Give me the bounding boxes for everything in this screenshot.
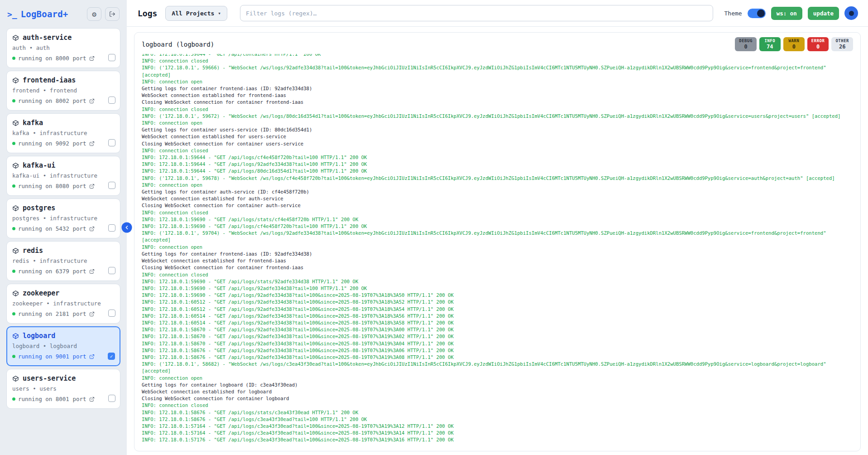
log-line: WebSocket connection established for use… — [142, 133, 853, 140]
external-link-icon[interactable] — [89, 141, 95, 146]
external-link-icon[interactable] — [89, 311, 95, 317]
service-checkbox[interactable] — [108, 54, 115, 61]
service-card-redis[interactable]: redisredis • infrastructurerunning on 63… — [6, 241, 120, 281]
log-line: INFO: 172.18.0.1:60512 - "GET /api/logs/… — [142, 306, 853, 313]
badge-error: ERROR0 — [807, 37, 829, 51]
external-link-icon[interactable] — [89, 184, 95, 189]
badge-debug: DEBUG0 — [735, 37, 757, 51]
service-status: running on 9092 port — [12, 140, 115, 147]
running-status-dot — [12, 184, 15, 188]
log-line: INFO: ('172.18.0.1', 58682) - "WebSocket… — [142, 361, 853, 374]
project-filter-dropdown[interactable]: All Projects ▾ — [165, 6, 227, 21]
package-icon — [12, 290, 19, 297]
log-line: INFO: 172.18.0.1:59690 - "GET /api/logs/… — [142, 278, 853, 285]
log-line: INFO: 172.18.0.1:58676 - "GET /api/logs/… — [142, 354, 853, 361]
service-status: running on 6379 port — [12, 268, 115, 275]
service-meta: frontend • frontend — [12, 87, 115, 94]
app-logo: >_ LogBoard+ — [7, 9, 68, 19]
log-panel-title: logboard (logboard) — [142, 41, 214, 48]
log-line: INFO: 172.18.0.1:58676 - "GET /api/logs/… — [142, 347, 853, 354]
log-line: INFO: ('172.18.0.1', 59672) - "WebSocket… — [142, 113, 853, 120]
service-checkbox[interactable] — [108, 395, 115, 402]
log-line: INFO: connection open — [142, 78, 853, 85]
log-line: INFO: connection closed — [142, 402, 853, 409]
service-card-kafka-ui[interactable]: kafka-uikafka-ui • infrastructurerunning… — [6, 156, 120, 196]
service-checkbox[interactable] — [108, 267, 115, 274]
service-meta: logboard • logboard — [12, 343, 115, 349]
log-line: INFO: 172.18.0.1:59690 - "GET /api/logs/… — [142, 216, 853, 223]
service-name: kafka-ui — [12, 161, 115, 169]
service-checkbox[interactable] — [108, 182, 115, 189]
log-line: INFO: connection closed — [142, 58, 853, 64]
service-status: running on 9001 port — [12, 353, 115, 360]
external-link-icon[interactable] — [89, 269, 95, 274]
theme-toggle[interactable] — [748, 9, 766, 18]
log-line: INFO: 172.18.0.1:59690 - "GET /api/logs/… — [142, 285, 853, 292]
service-card-auth-service[interactable]: auth-serviceauth • authrunning on 8000 p… — [6, 28, 120, 68]
log-line: INFO: 172.18.0.1:58670 - "GET /api/logs/… — [142, 326, 853, 333]
log-line: WebSocket connection established for aut… — [142, 195, 853, 202]
gear-icon: ⚙ — [92, 10, 96, 19]
service-checkbox[interactable] — [108, 97, 115, 104]
log-line: INFO: 172.18.0.1:58676 - "GET /api/logs/… — [142, 409, 853, 416]
external-link-icon[interactable] — [89, 98, 95, 104]
running-status-dot — [12, 270, 15, 273]
log-line: WebSocket connection established for fro… — [142, 257, 853, 264]
user-menu-button[interactable] — [844, 6, 858, 20]
sidebar-actions: ⚙ — [87, 7, 120, 21]
service-card-postgres[interactable]: postgrespostgres • infrastructurerunning… — [6, 198, 120, 238]
logout-button[interactable] — [105, 7, 120, 21]
log-line: INFO: ('172.18.0.1', 59666) - "WebSocket… — [142, 64, 853, 78]
service-name: zookeeper — [12, 289, 115, 297]
service-checkbox[interactable] — [108, 310, 115, 317]
log-filter-input[interactable] — [240, 5, 713, 21]
package-icon — [12, 375, 19, 382]
log-line: Closing WebSocket connection for contain… — [142, 264, 853, 271]
service-card-users-service[interactable]: users-serviceusers • usersrunning on 800… — [6, 369, 120, 409]
service-name: kafka — [12, 119, 115, 127]
service-status: running on 8001 port — [12, 396, 115, 402]
log-line: INFO: connection closed — [142, 147, 853, 154]
package-icon — [12, 333, 19, 339]
log-line: Getting logs for container users-service… — [142, 126, 853, 133]
sidebar-collapse-button[interactable] — [122, 223, 132, 233]
service-meta: users • users — [12, 385, 115, 392]
theme-label: Theme — [724, 10, 742, 17]
log-line: INFO: 172.18.0.1:58670 - "GET /api/logs/… — [142, 340, 853, 347]
sidebar: >_ LogBoard+ ⚙ auth-serviceauth • authru… — [0, 0, 127, 455]
service-checkbox[interactable] — [108, 224, 115, 232]
service-meta: postgres • infrastructure — [12, 215, 115, 222]
log-output[interactable]: INFO: 172.18.0.1:59644 - "GET /api/conta… — [134, 54, 860, 451]
package-icon — [12, 205, 19, 212]
badge-warn: WARN0 — [783, 37, 805, 51]
service-card-zookeeper[interactable]: zookeeperzookeeper • infrastructurerunni… — [6, 284, 120, 324]
service-status: running on 2181 port — [12, 310, 115, 317]
service-checkbox[interactable] — [108, 139, 115, 146]
log-line: INFO: ('172.18.0.1', 59704) - "WebSocket… — [142, 230, 853, 243]
update-button[interactable]: update — [808, 7, 839, 20]
external-link-icon[interactable] — [89, 397, 95, 402]
project-filter-label: All Projects — [172, 10, 214, 17]
package-icon — [12, 120, 19, 126]
log-line: INFO: 172.18.0.1:59644 - "GET /api/logs/… — [142, 154, 853, 161]
log-line: INFO: connection open — [142, 244, 853, 251]
service-card-kafka[interactable]: kafkakafka • infrastructurerunning on 90… — [6, 113, 120, 153]
topbar: Logs All Projects ▾ Theme ws: on update — [127, 0, 868, 27]
external-link-icon[interactable] — [89, 56, 95, 61]
log-panel-header: logboard (logboard) DEBUG0INFO74WARN0ERR… — [134, 33, 860, 54]
log-line: Closing WebSocket connection for contain… — [142, 395, 853, 402]
service-card-logboard[interactable]: logboardlogboard • logboardrunning on 90… — [6, 326, 120, 366]
log-line: Closing WebSocket connection for contain… — [142, 99, 853, 106]
service-list: auth-serviceauth • authrunning on 8000 p… — [6, 28, 120, 409]
external-link-icon[interactable] — [89, 226, 95, 232]
settings-button[interactable]: ⚙ — [87, 7, 101, 21]
service-card-frontend-iaas[interactable]: frontend-iaasfrontend • frontendrunning … — [6, 71, 120, 111]
service-meta: zookeeper • infrastructure — [12, 300, 115, 307]
log-line: INFO: 172.18.0.1:57164 - "GET /api/logs/… — [142, 423, 853, 430]
service-checkbox[interactable]: ✓ — [108, 353, 115, 360]
websocket-status-button[interactable]: ws: on — [771, 7, 802, 20]
service-status: running on 8002 port — [12, 97, 115, 104]
log-line: INFO: 172.18.0.1:59644 - "GET /api/conta… — [142, 54, 853, 58]
log-line: Getting logs for container frontend-iaas… — [142, 85, 853, 92]
external-link-icon[interactable] — [89, 354, 95, 359]
